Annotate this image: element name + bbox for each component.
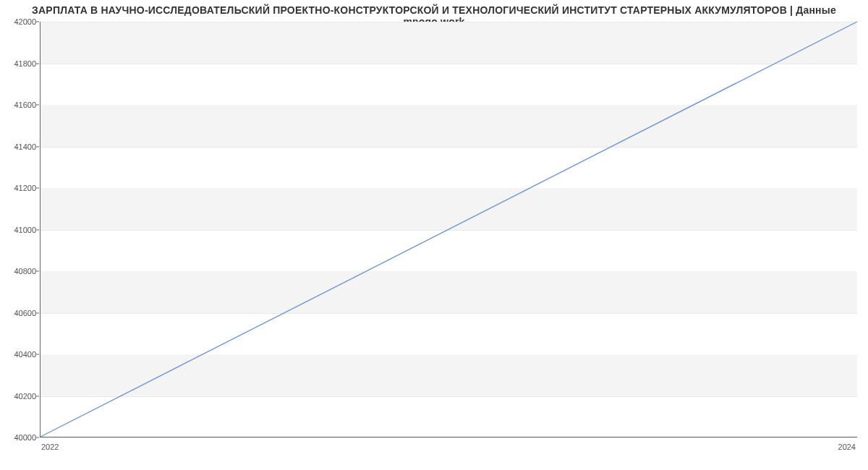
- y-tick-mark: [36, 271, 39, 272]
- x-tick-label: 2022: [41, 443, 59, 451]
- y-tick-label: 40000: [1, 433, 36, 442]
- y-tick-label: 40200: [1, 392, 36, 401]
- y-tick-mark: [36, 63, 39, 64]
- y-tick-label: 40600: [1, 309, 36, 317]
- data-line: [41, 22, 857, 437]
- y-tick-label: 40400: [1, 350, 36, 359]
- plot-area: [40, 22, 857, 437]
- y-tick-mark: [36, 229, 39, 230]
- y-tick-mark: [36, 312, 39, 313]
- y-grid-line: [41, 437, 857, 438]
- x-tick-label: 2024: [838, 443, 856, 451]
- y-tick-mark: [36, 437, 39, 438]
- y-tick-mark: [36, 22, 39, 22]
- y-tick-mark: [36, 396, 39, 396]
- y-tick-label: 41200: [1, 184, 36, 192]
- y-tick-label: 41800: [1, 59, 36, 68]
- y-tick-label: 40800: [1, 267, 36, 275]
- y-tick-mark: [36, 105, 39, 106]
- y-tick-label: 41400: [1, 142, 36, 151]
- y-tick-mark: [36, 188, 39, 189]
- y-tick-label: 42000: [1, 17, 36, 26]
- line-layer: [41, 22, 857, 437]
- y-tick-mark: [36, 146, 39, 147]
- y-tick-mark: [36, 354, 39, 355]
- y-tick-label: 41000: [1, 226, 36, 234]
- chart-container: ЗАРПЛАТА В НАУЧНО-ИССЛЕДОВАТЕЛЬСКИЙ ПРОЕ…: [0, 0, 868, 470]
- y-tick-label: 41600: [1, 101, 36, 109]
